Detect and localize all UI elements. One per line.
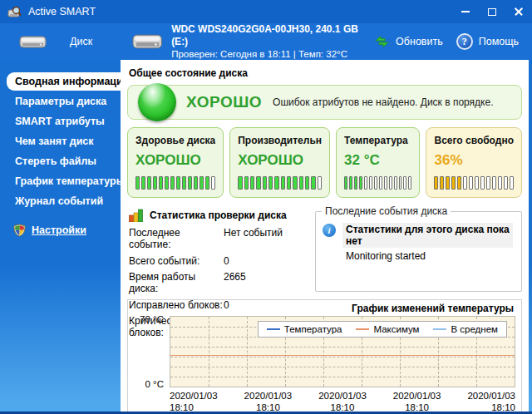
chart-x-axis-labels: 2020/01/0318:102020/01/0318:102020/01/03… [170,390,515,412]
gauge-segment [244,176,249,190]
gauge-segment [274,176,278,190]
refresh-label: Обновить [396,36,443,47]
main-content: Общее состояние диска ХОРОШО Ошибок атри… [121,60,529,412]
gridline-vertical [247,317,248,387]
sidebar-item-2[interactable]: Параметры диска [0,92,121,111]
recent-events-box: Последние события диска i Статистики для… [315,211,522,292]
maximize-button[interactable] [479,0,505,23]
gauge-segment [311,176,315,190]
sidebar-item-settings[interactable]: Настройки [13,224,121,237]
gauge-segment [200,176,204,190]
x-tick-label: 2020/01/0318:10 [393,390,441,412]
panel-title: Температура [344,135,411,146]
gauge-segment [354,176,357,190]
legend-label: Температура [284,324,342,334]
check-statistics: Статистика проверки диска Последнее собы… [127,207,305,292]
legend-label: Максимум [373,324,419,334]
gauge-segment [469,176,473,190]
maximum-temperature-line [170,355,515,356]
help-button[interactable]: ? Помощь [456,33,519,50]
refresh-button[interactable]: Обновить [374,35,443,48]
drive-text: WDC WDS240G2G0A-00JH30, 240.1 GB (E:) Пр… [171,23,374,61]
x-tick-label: 2020/01/0318:10 [318,390,367,412]
gauge [434,176,514,190]
gauge-segment [344,176,347,190]
stat-label: Время работы диска: [129,271,224,294]
gauge-segment [159,176,163,190]
gauge-segment [475,176,479,190]
gridline-vertical [209,317,209,387]
sidebar-item-3[interactable]: SMART атрибуты [0,112,121,131]
app-icon [7,6,22,18]
gauge-segment [182,176,186,190]
gauge-segment [399,176,402,190]
status-verdict: ХОРОШО [186,93,262,111]
sidebar: Сводная информацияПараметры дискаSMART а… [0,60,121,412]
stat-panel-4: Всего свободно36% [426,127,522,198]
window-body: Сводная информацияПараметры дискаSMART а… [0,60,532,414]
stat-label: Исправлено блоков: [129,299,224,311]
window-controls [452,0,532,23]
gauge-segment [457,176,461,190]
gauge-segment [263,176,267,190]
gauge-segment [165,176,169,190]
sidebar-item-1[interactable]: Сводная информация [7,72,121,91]
gauge-segment [238,176,242,190]
section-title: Общее состояние диска [129,67,522,79]
gauge-segment [364,176,367,190]
gauge-segment [349,176,352,190]
sidebar-item-5[interactable]: Стереть файлы [0,152,121,170]
help-icon: ? [456,33,473,50]
panel-title: Производительн [238,135,322,146]
gauge-segment [194,176,198,190]
x-tick-time: 18:10 [244,402,293,412]
disk-icon [18,32,48,51]
status-message: Ошибок атрибутов не найдено. Диск в поря… [273,96,493,108]
disk-selector-button[interactable]: Диск [18,32,131,51]
x-tick-time: 18:10 [467,402,515,412]
gridline-horizontal [170,347,515,347]
close-button[interactable] [505,0,532,23]
gauge-segment [205,176,209,190]
panel-value: ХОРОШО [238,152,322,169]
gauge-segment [369,176,372,190]
gauge-segment [268,176,273,190]
event-detail: Monitoring started [342,250,513,262]
gridline-horizontal [170,377,515,377]
stat-panel-3: Температура32 °C [336,127,420,198]
sidebar-item-6[interactable]: График температуры [0,172,121,190]
app-title: Active SMART [28,6,96,17]
y-axis-max-label: 70 °C [140,314,164,324]
gauge-segment [299,176,303,190]
maximize-icon [488,8,496,16]
panel-value: 32 °C [344,152,411,169]
active-smart-window: Active SMART Диск WDC W [0,0,532,414]
gauge-segment [153,176,157,190]
gauge-segment [359,176,362,190]
panel-title: Всего свободно [434,135,514,146]
stat-value: 2665 [224,271,305,294]
gauge-segment [318,176,322,190]
gauge-segment [451,176,456,190]
gauge-segment [147,176,151,190]
gauge-segment [256,176,260,190]
drive-status: Проверен: Сегодня в 18:11 | Темп: 32°C [171,48,374,61]
x-tick-time: 18:10 [170,402,218,412]
stat-panel-2: ПроизводительнХОРОШО [229,127,330,198]
x-tick-date: 2020/01/03 [393,390,441,402]
gauge-segment [176,176,180,190]
x-tick-time: 18:10 [393,402,441,412]
gridline-horizontal [170,367,515,367]
drive-model: WDC WDS240G2G0A-00JH30, 240.1 GB (E:) [171,23,374,48]
chart-legend: ТемператураМаксимумВ среднем [258,321,507,338]
sidebar-nav: Сводная информацияПараметры дискаSMART а… [0,72,121,210]
chart-y-axis: 70 °C 0 °C [131,316,170,387]
gauge-segment [135,176,140,190]
gauge-segment [384,176,387,190]
y-axis-min-label: 0 °C [145,379,165,389]
disk-selector-label: Диск [70,36,92,47]
gauge-segment [250,176,254,190]
sidebar-item-4[interactable]: Чем занят диск [0,132,121,150]
minimize-button[interactable] [452,0,479,23]
sidebar-item-7[interactable]: Журнал событий [0,192,121,210]
